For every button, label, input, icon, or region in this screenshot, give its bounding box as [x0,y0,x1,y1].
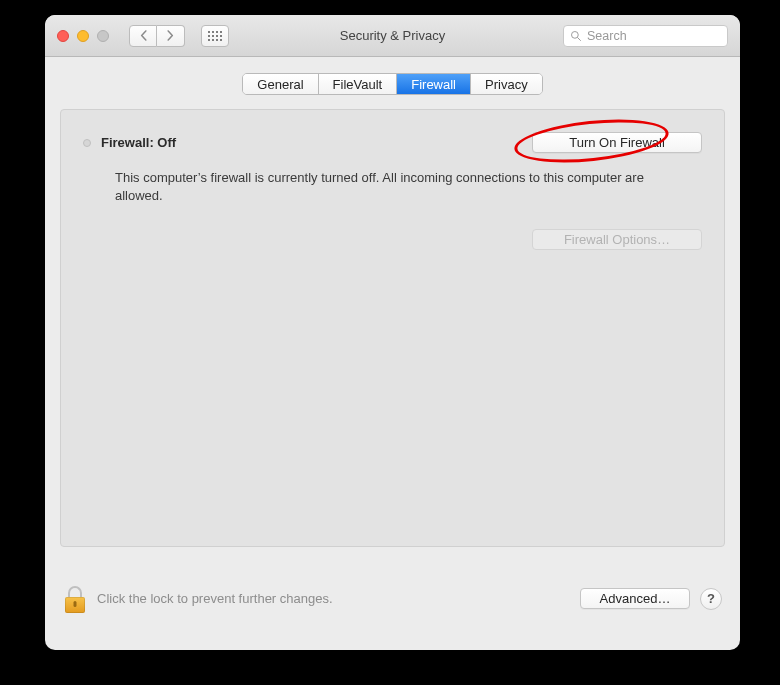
footer: Click the lock to prevent further change… [45,547,740,650]
search-placeholder: Search [587,29,627,43]
svg-point-0 [572,31,579,38]
advanced-button[interactable]: Advanced… [580,588,690,609]
forward-button[interactable] [157,25,185,47]
options-row: Firewall Options… [83,229,702,250]
firewall-status-row: Firewall: Off Turn On Firewall [83,132,702,153]
window-controls [57,30,109,42]
firewall-options-button: Firewall Options… [532,229,702,250]
minimize-window-button[interactable] [77,30,89,42]
firewall-status: Firewall: Off [83,135,176,150]
firewall-panel: Firewall: Off Turn On Firewall This comp… [60,109,725,547]
lock-hint-label: Click the lock to prevent further change… [97,591,570,606]
lock-body-icon [65,597,85,613]
turn-on-wrap: Turn On Firewall [532,132,702,153]
help-button[interactable]: ? [700,588,722,610]
tab-filevault[interactable]: FileVault [319,74,398,94]
titlebar: Security & Privacy Search [45,15,740,57]
status-indicator-icon [83,139,91,147]
tab-general[interactable]: General [243,74,318,94]
firewall-description: This computer’s firewall is currently tu… [83,169,702,205]
lock-button[interactable] [63,584,87,614]
chevron-left-icon [139,30,148,41]
zoom-window-button [97,30,109,42]
tabs-row: General FileVault Firewall Privacy [45,57,740,95]
close-window-button[interactable] [57,30,69,42]
tabbar: General FileVault Firewall Privacy [242,73,542,95]
back-button[interactable] [129,25,157,47]
chevron-right-icon [166,30,175,41]
tab-privacy[interactable]: Privacy [471,74,542,94]
preferences-window: Security & Privacy Search General FileVa… [45,15,740,650]
search-field[interactable]: Search [563,25,728,47]
nav-buttons [129,25,185,47]
firewall-status-label: Firewall: Off [101,135,176,150]
tab-firewall[interactable]: Firewall [397,74,471,94]
search-icon [570,30,582,42]
grid-icon [208,31,222,41]
svg-line-1 [578,37,581,40]
turn-on-firewall-button[interactable]: Turn On Firewall [532,132,702,153]
show-all-button[interactable] [201,25,229,47]
